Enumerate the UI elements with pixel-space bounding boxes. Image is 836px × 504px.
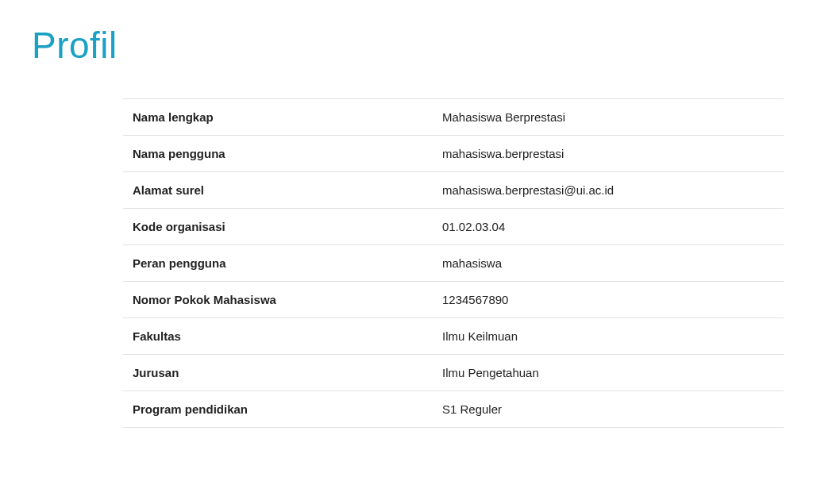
profile-table: Nama lengkap Mahasiswa Berprestasi Nama … (123, 98, 784, 428)
field-value: mahasiswa.berprestasi (433, 136, 784, 172)
field-label: Nomor Pokok Mahasiswa (123, 282, 433, 318)
page-title: Profil (32, 24, 804, 67)
table-row: Nama pengguna mahasiswa.berprestasi (123, 136, 784, 172)
field-value: 01.02.03.04 (433, 209, 784, 245)
field-label: Nama lengkap (123, 99, 433, 136)
field-value: S1 Reguler (433, 391, 784, 428)
table-row: Alamat surel mahasiswa.berprestasi@ui.ac… (123, 172, 784, 209)
table-row: Peran pengguna mahasiswa (123, 245, 784, 282)
field-value: Ilmu Keilmuan (433, 318, 784, 355)
table-row: Nama lengkap Mahasiswa Berprestasi (123, 99, 784, 136)
field-value: mahasiswa.berprestasi@ui.ac.id (433, 172, 784, 209)
field-label: Kode organisasi (123, 209, 433, 245)
field-label: Program pendidikan (123, 391, 433, 428)
field-value: mahasiswa (433, 245, 784, 282)
field-value: Ilmu Pengetahuan (433, 355, 784, 391)
field-value: Mahasiswa Berprestasi (433, 99, 784, 136)
table-row: Program pendidikan S1 Reguler (123, 391, 784, 428)
field-label: Jurusan (123, 355, 433, 391)
field-value: 1234567890 (433, 282, 784, 318)
field-label: Nama pengguna (123, 136, 433, 172)
field-label: Alamat surel (123, 172, 433, 209)
table-row: Jurusan Ilmu Pengetahuan (123, 355, 784, 391)
field-label: Fakultas (123, 318, 433, 355)
table-row: Fakultas Ilmu Keilmuan (123, 318, 784, 355)
table-row: Kode organisasi 01.02.03.04 (123, 209, 784, 245)
field-label: Peran pengguna (123, 245, 433, 282)
table-row: Nomor Pokok Mahasiswa 1234567890 (123, 282, 784, 318)
